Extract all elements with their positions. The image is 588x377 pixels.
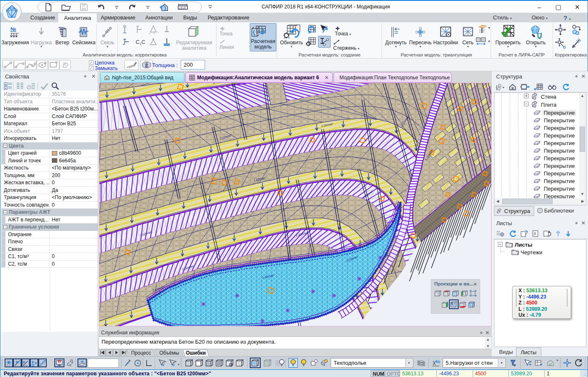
svg-text:+: +: [5, 86, 7, 90]
svg-text:+: +: [5, 83, 7, 86]
svg-text:y: y: [173, 363, 175, 366]
svg-text:▾: ▾: [502, 86, 504, 89]
svg-text:№: №: [11, 26, 16, 32]
svg-text:№: №: [436, 359, 440, 364]
svg-text:{: {: [496, 84, 498, 90]
svg-text:C1C2: C1C2: [136, 39, 145, 46]
svg-text:#: #: [534, 232, 536, 236]
svg-text:x: x: [162, 363, 164, 366]
